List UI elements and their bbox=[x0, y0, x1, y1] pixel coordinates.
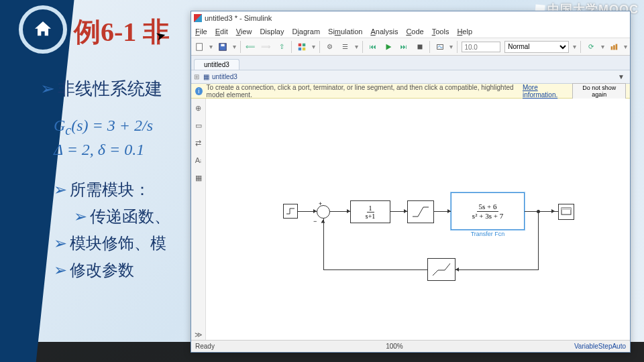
status-ready: Ready bbox=[195, 343, 215, 350]
status-zoom: 100% bbox=[386, 343, 403, 350]
sub-transfer: ➢传递函数、 bbox=[74, 206, 170, 227]
chevron-icon: ➢ bbox=[40, 78, 55, 99]
stop-button[interactable] bbox=[414, 41, 425, 53]
svg-rect-4 bbox=[303, 43, 305, 46]
build-button[interactable] bbox=[608, 41, 620, 53]
model-tabstrip: untitled3 bbox=[191, 56, 630, 70]
sum-block[interactable] bbox=[317, 205, 330, 219]
menu-diagram[interactable]: Diagram bbox=[292, 27, 320, 36]
annotate-icon[interactable]: Aᵢ bbox=[193, 155, 204, 166]
breadcrumb-dropdown-icon[interactable]: ▼ bbox=[618, 73, 625, 80]
menu-analysis[interactable]: Analysis bbox=[370, 27, 398, 36]
saturation-block[interactable] bbox=[407, 200, 434, 223]
statusbar: Ready 100% VariableStepAuto bbox=[191, 340, 630, 352]
info-bar: i To create a connection, click a port, … bbox=[191, 84, 630, 99]
tf1-block[interactable]: 1s+1 bbox=[350, 200, 390, 223]
svg-rect-5 bbox=[299, 47, 301, 50]
toolbar: ▾ ▾ ⟸ ⟹ ⇧ ▾ ⚙ ☰ ▾ ⏮ ⏭ ▾ 10.0 Normal ▾ ⟳ … bbox=[191, 38, 630, 56]
transfer-fcn-block[interactable]: 5s + 6s² + 3s + 7 Transfer Fcn bbox=[451, 192, 525, 230]
canvas[interactable]: + − 1s+1 5s + 6s² + 3s + 7 Transfer Fcn bbox=[206, 99, 630, 340]
svg-marker-7 bbox=[386, 44, 391, 50]
titlebar[interactable]: untitled3 * - Simulink bbox=[191, 11, 630, 25]
scroll-icon[interactable]: ≫ bbox=[193, 329, 204, 340]
zoom-in-icon[interactable]: ⊕ bbox=[193, 103, 204, 113]
window-title: untitled3 * - Simulink bbox=[205, 14, 272, 22]
menubar: File Edit View Display Diagram Simulatio… bbox=[191, 25, 630, 38]
menu-edit[interactable]: Edit bbox=[215, 27, 228, 36]
simulink-window: untitled3 * - Simulink File Edit View Di… bbox=[191, 11, 631, 353]
home-icon bbox=[32, 19, 54, 40]
palette: ⊕ ▭ ⇄ Aᵢ ▦ ≫ bbox=[191, 99, 206, 340]
library-browser-button[interactable] bbox=[296, 41, 307, 53]
svg-rect-8 bbox=[417, 44, 422, 49]
menu-view[interactable]: View bbox=[236, 27, 252, 36]
status-solver: VariableStepAuto bbox=[574, 343, 626, 350]
viewmark-icon[interactable]: ▦ bbox=[193, 172, 204, 183]
breadcrumb-back-icon[interactable]: ⊞ bbox=[194, 73, 199, 80]
fast-restart-button[interactable]: ⟳ bbox=[585, 41, 596, 53]
workspace: ⊕ ▭ ⇄ Aᵢ ▦ ≫ + − 1s+1 bbox=[191, 99, 630, 340]
svg-rect-14 bbox=[561, 208, 571, 210]
sub-needed-modules: ➢所需模块： bbox=[54, 179, 170, 200]
up-button[interactable]: ⇧ bbox=[276, 41, 287, 53]
info-more-link[interactable]: More information. bbox=[523, 84, 568, 99]
svg-rect-0 bbox=[196, 43, 202, 50]
formula-line1: Gc(s) = 3 + 2/s bbox=[54, 117, 170, 138]
menu-tools[interactable]: Tools bbox=[432, 27, 449, 36]
model-config-button[interactable]: ⚙ bbox=[324, 41, 335, 53]
menu-help[interactable]: Help bbox=[457, 27, 472, 36]
back-button[interactable]: ⟸ bbox=[245, 41, 256, 53]
breadcrumb-bar: ⊞ ▦ untitled3 ▼ bbox=[191, 70, 630, 84]
menu-display[interactable]: Display bbox=[260, 27, 284, 36]
run-button[interactable] bbox=[382, 41, 394, 53]
step-block[interactable] bbox=[283, 204, 298, 219]
info-icon: i bbox=[195, 87, 203, 95]
sub-bullets: ➢所需模块： ➢传递函数、 ➢模块修饰、模 ➢修改参数 bbox=[54, 179, 170, 281]
slide-body: ➢非线性系统建 Gc(s) = 3 + 2/s Δ = 2, δ = 0.1 ➢… bbox=[40, 77, 170, 286]
breadcrumb-item[interactable]: ▦ untitled3 bbox=[203, 73, 237, 80]
deadzone-block[interactable] bbox=[427, 258, 455, 281]
model-icon: ▦ bbox=[203, 73, 209, 80]
svg-rect-12 bbox=[616, 44, 618, 50]
svg-rect-10 bbox=[611, 46, 613, 50]
sum-minus: − bbox=[313, 218, 317, 225]
branch-node bbox=[537, 210, 540, 213]
formula-block: Gc(s) = 3 + 2/s Δ = 2, δ = 0.1 bbox=[54, 117, 170, 159]
toggle-explorer-icon[interactable]: ⇄ bbox=[193, 137, 204, 148]
model-explorer-button[interactable]: ☰ bbox=[339, 41, 351, 53]
save-button[interactable] bbox=[217, 41, 228, 53]
forward-button[interactable]: ⟹ bbox=[260, 41, 272, 53]
svg-rect-3 bbox=[299, 43, 301, 46]
sim-mode-select[interactable]: Normal bbox=[504, 41, 569, 53]
formula-line2: Δ = 2, δ = 0.1 bbox=[54, 141, 170, 159]
transfer-fcn-label: Transfer Fcn bbox=[451, 231, 524, 237]
stop-time-field[interactable]: 10.0 bbox=[462, 42, 500, 52]
info-message: To create a connection, click a port, te… bbox=[207, 84, 519, 99]
model-tab[interactable]: untitled3 bbox=[194, 59, 239, 70]
new-model-button[interactable] bbox=[194, 41, 205, 53]
svg-rect-2 bbox=[221, 44, 224, 46]
svg-rect-11 bbox=[613, 45, 615, 50]
scope-block[interactable] bbox=[558, 204, 574, 220]
menu-file[interactable]: File bbox=[195, 27, 207, 36]
menu-code[interactable]: Code bbox=[406, 27, 423, 36]
fit-view-icon[interactable]: ▭ bbox=[193, 120, 204, 131]
step-back-button[interactable]: ⏮ bbox=[367, 41, 378, 53]
info-dismiss-button[interactable]: Do not show again bbox=[572, 83, 626, 99]
bullet-main: ➢非线性系统建 bbox=[40, 77, 170, 101]
svg-rect-6 bbox=[303, 47, 305, 50]
menu-simulation[interactable]: Simulation bbox=[328, 27, 362, 36]
sub-params: ➢修改参数 bbox=[54, 259, 170, 281]
step-forward-button[interactable]: ⏭ bbox=[398, 41, 410, 53]
sum-plus: + bbox=[319, 200, 322, 207]
simulink-app-icon bbox=[194, 14, 202, 22]
record-button[interactable] bbox=[434, 41, 445, 53]
sub-decorate: ➢模块修饰、模 bbox=[54, 233, 170, 254]
home-badge[interactable] bbox=[19, 5, 67, 54]
